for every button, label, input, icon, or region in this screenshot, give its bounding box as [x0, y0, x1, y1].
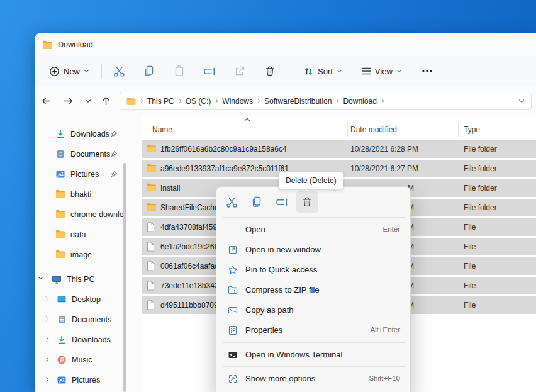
share-button[interactable]	[229, 60, 250, 82]
folder-icon	[55, 250, 65, 260]
chevron-right-icon[interactable]	[45, 356, 49, 362]
chevron-right-icon[interactable]	[45, 336, 49, 342]
column-header-date-modified[interactable]: Date modified	[350, 125, 397, 134]
copy-button[interactable]	[138, 60, 160, 82]
menu-item-open-in-windows-terminal[interactable]: Open in Windows Terminal	[219, 345, 409, 365]
file-name: a96ede9133937af1ca9e872c5c011f61	[160, 164, 289, 173]
chevron-down-icon[interactable]	[38, 276, 43, 280]
folder-icon	[55, 189, 65, 199]
chevron-down-icon	[337, 69, 342, 73]
column-header-type[interactable]: Type	[464, 125, 480, 134]
menu-item-properties[interactable]: Properties Alt+Enter	[219, 320, 409, 340]
chevron-right-icon	[215, 98, 218, 104]
copy-path-icon	[228, 305, 238, 315]
table-row[interactable]: 1fb26ff0616a6b2c80c9a1c9a158a6c4 10/28/2…	[142, 140, 536, 158]
view-button[interactable]: View	[355, 63, 408, 80]
paste-button[interactable]	[169, 60, 190, 82]
music-icon	[57, 355, 67, 365]
forward-button[interactable]	[59, 91, 77, 110]
menu-item-pin-to-quick-access[interactable]: Pin to Quick access	[219, 260, 409, 280]
chevron-right-icon[interactable]	[45, 296, 49, 302]
new-button[interactable]: New	[43, 62, 95, 81]
file-name: 0061af06c4aafac5	[160, 262, 223, 271]
menu-item-label: Open in Windows Terminal	[245, 350, 342, 359]
folder-icon	[42, 40, 53, 49]
menu-item-copy-as-path[interactable]: Copy as path	[219, 300, 409, 320]
breadcrumb-os-c[interactable]: OS (C:)	[183, 97, 214, 106]
copy-icon	[251, 196, 262, 208]
copy-button[interactable]	[245, 191, 268, 213]
breadcrumb-download[interactable]: Download	[340, 97, 379, 106]
menu-item-shortcut: Alt+Enter	[370, 326, 400, 333]
rename-button[interactable]	[271, 191, 293, 213]
delete-button[interactable]	[259, 60, 281, 82]
column-header-name[interactable]: Name	[152, 125, 172, 134]
more-options-button[interactable]	[416, 60, 438, 82]
breadcrumb-this-pc[interactable]: This PC	[145, 97, 177, 106]
share-icon	[234, 65, 245, 77]
menu-item-open-in-new-window[interactable]: Open in new window	[219, 240, 409, 260]
file-type: File	[464, 262, 476, 271]
sidebar-item-label: Desktop	[72, 295, 101, 304]
sidebar-scrollbar[interactable]	[123, 163, 126, 392]
sidebar-item-label: Pictures	[70, 170, 99, 179]
breadcrumb-softwaredistribution[interactable]: SoftwareDistribution	[262, 97, 334, 106]
sidebar-item-label: bhakti	[70, 190, 91, 199]
delete-button[interactable]	[296, 191, 318, 213]
file-icon	[147, 242, 155, 252]
file-type: File folder	[464, 164, 497, 173]
breadcrumb-windows[interactable]: Windows	[220, 97, 255, 106]
column-divider[interactable]	[458, 123, 459, 137]
zip-folder-icon	[228, 285, 238, 295]
sidebar-item-label: This PC	[67, 275, 94, 284]
address-dropdown-button[interactable]	[518, 99, 525, 103]
file-icon	[147, 300, 155, 310]
sort-button-label: Sort	[318, 67, 333, 76]
documents-icon	[57, 315, 67, 325]
file-icon	[147, 281, 155, 291]
chevron-right-icon[interactable]	[45, 316, 49, 322]
back-icon	[41, 96, 52, 106]
menu-item-label: Open	[245, 225, 265, 234]
column-divider[interactable]	[347, 123, 348, 137]
rename-icon	[276, 197, 289, 208]
back-button[interactable]	[36, 91, 55, 110]
sort-button[interactable]: Sort	[298, 62, 348, 81]
toolbar: New	[35, 57, 536, 86]
terminal-icon	[228, 350, 238, 360]
forward-icon	[63, 96, 74, 106]
menu-item-label: Properties	[245, 325, 282, 335]
navigation-pane: Downloads Documents Pictures bhakti chro…	[35, 116, 140, 392]
menu-item-open[interactable]: Open Enter	[219, 220, 409, 240]
copy-icon	[143, 65, 155, 77]
file-type: File folder	[464, 145, 497, 154]
menu-item-show-more-options[interactable]: Show more options Shift+F10	[219, 369, 409, 389]
cut-button[interactable]	[220, 191, 243, 213]
titlebar[interactable]: Download	[35, 33, 536, 57]
pin-icon	[110, 150, 118, 158]
chevron-right-icon	[140, 98, 143, 104]
chevron-right-icon[interactable]	[45, 376, 49, 383]
cut-button[interactable]	[108, 60, 130, 82]
folder-icon	[55, 230, 65, 240]
file-type: File	[464, 223, 476, 232]
chevron-down-icon	[518, 99, 525, 103]
file-name: 6e1a2bdc19c26f1	[160, 242, 220, 251]
sidebar-item-documents[interactable]: Documents	[35, 144, 140, 164]
toolbar-separator	[291, 64, 291, 79]
breadcrumb[interactable]: This PC OS (C:) Windows SoftwareDistribu…	[120, 92, 532, 110]
sidebar-item-downloads[interactable]: Downloads	[35, 124, 140, 144]
pictures-icon	[57, 375, 67, 385]
cut-icon	[226, 196, 238, 208]
menu-item-label: Compress to ZIP file	[245, 285, 320, 294]
recent-locations-button[interactable]	[79, 91, 98, 110]
documents-icon	[55, 149, 65, 159]
sidebar-item-label: Documents	[70, 150, 110, 159]
menu-item-compress-to-zip[interactable]: Compress to ZIP file	[219, 280, 409, 300]
file-name: 4dfa43708faf4597	[160, 223, 221, 232]
paste-icon	[174, 65, 185, 77]
downloads-icon	[57, 335, 67, 345]
up-button[interactable]	[96, 91, 115, 110]
rename-button[interactable]	[199, 60, 220, 82]
file-name: d495111bbb8709e	[160, 301, 222, 310]
